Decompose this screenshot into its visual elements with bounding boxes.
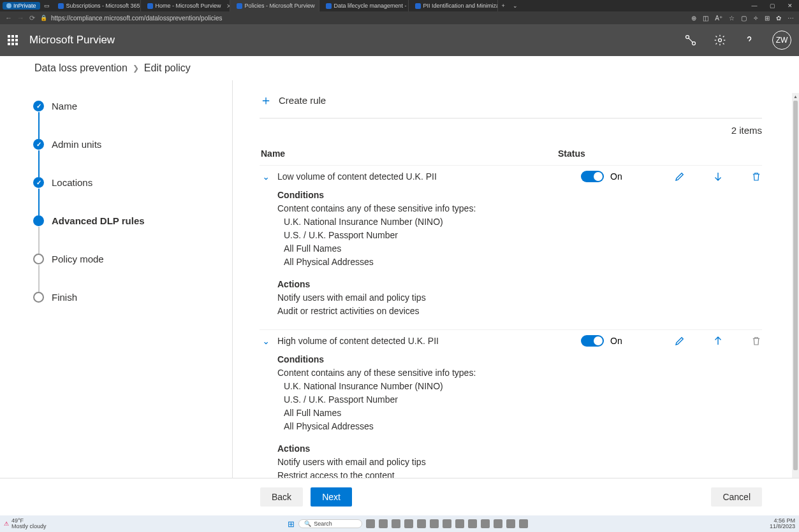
edit-icon[interactable] <box>674 171 685 182</box>
status-text: On <box>610 171 674 182</box>
step-locations[interactable]: Locations <box>33 177 232 188</box>
taskbar-apps[interactable] <box>366 519 528 528</box>
new-tab-button[interactable]: + <box>498 3 509 9</box>
breadcrumb: Data loss prevention ❯ Edit policy <box>0 56 799 80</box>
plus-icon: ＋ <box>260 92 272 109</box>
wizard-footer: Back Next Cancel <box>0 478 799 515</box>
breadcrumb-root[interactable]: Data loss prevention <box>34 62 128 74</box>
column-status: Status <box>558 148 762 159</box>
back-button[interactable]: Back <box>260 487 303 507</box>
chevron-up-icon[interactable]: ⌃ <box>262 336 270 346</box>
rule-row-low-volume: ⌃ Low volume of content detected U.K. PI… <box>260 165 762 329</box>
create-rule-button[interactable]: ＋ Create rule <box>260 89 762 118</box>
step-advanced-dlp-rules[interactable]: Advanced DLP rules <box>33 215 232 226</box>
action-item: Notify users with email and policy tips <box>277 291 762 305</box>
items-count: 2 items <box>260 118 762 142</box>
forward-button[interactable]: → <box>17 14 24 22</box>
delete-icon[interactable] <box>751 335 762 347</box>
app-icon[interactable]: ◫ <box>703 15 708 22</box>
status-text: On <box>610 336 674 346</box>
address-bar: ← → ⟳ 🔒 https://compliance.microsoft.com… <box>0 11 799 24</box>
rules-panel: ＋ Create rule 2 items Name Status ⌃ Low … <box>233 80 799 497</box>
condition-item: U.K. National Insurance Number (NINO) <box>277 380 762 393</box>
read-aloud-icon[interactable]: A⁺ <box>715 15 722 22</box>
menu-icon[interactable]: ⋯ <box>788 15 794 22</box>
close-window-button[interactable]: ✕ <box>781 3 799 9</box>
cancel-button[interactable]: Cancel <box>711 487 762 507</box>
condition-item: All Full Names <box>277 242 762 255</box>
settings-icon[interactable] <box>714 34 726 47</box>
action-item: Audit or restrict activities on devices <box>277 305 762 318</box>
move-up-icon[interactable] <box>712 335 724 347</box>
system-tray[interactable]: 4:56 PM 11/8/2023 <box>770 518 795 529</box>
taskbar-search[interactable]: 🔍Search <box>298 519 362 528</box>
app-header: Microsoft Purview ZW <box>0 24 799 56</box>
user-avatar[interactable]: ZW <box>772 31 791 50</box>
step-name[interactable]: Name <box>33 101 232 111</box>
rule-row-high-volume: ⌃ High volume of content detected U.K. P… <box>260 329 762 497</box>
rule-name: Low volume of content detected U.K. PII <box>277 171 581 182</box>
tab-pii[interactable]: PII Identification and Minimizati✕ <box>409 0 498 11</box>
app-launcher-icon[interactable] <box>8 35 18 45</box>
workspace-icon[interactable]: ▭ <box>43 3 52 9</box>
conditions-heading: Conditions <box>277 353 762 366</box>
edit-icon[interactable] <box>674 335 685 347</box>
action-item: Notify users with email and policy tips <box>277 456 762 469</box>
column-name: Name <box>260 148 558 159</box>
next-button[interactable]: Next <box>311 487 352 507</box>
condition-item: U.S. / U.K. Passport Number <box>277 229 762 242</box>
lock-icon: 🔒 <box>40 15 47 21</box>
maximize-button[interactable]: ▢ <box>763 3 781 9</box>
tab-strip: InPrivate ▭ Subscriptions - Microsoft 36… <box>0 0 799 11</box>
inprivate-badge: InPrivate <box>3 2 40 10</box>
extensions-icon[interactable]: ✿ <box>776 15 781 22</box>
search-icon: 🔍 <box>304 521 311 527</box>
step-admin-units[interactable]: Admin units <box>33 139 232 150</box>
start-button[interactable]: ⊞ <box>288 519 295 529</box>
collections-icon[interactable]: ✧ <box>753 15 758 22</box>
tab-subscriptions[interactable]: Subscriptions - Microsoft 365 ad✕ <box>52 0 141 11</box>
favorites-icon[interactable]: ☆ <box>729 15 735 22</box>
help-icon[interactable] <box>743 34 756 47</box>
app-title: Microsoft Purview <box>29 34 115 47</box>
actions-heading: Actions <box>277 442 762 456</box>
tab-policies[interactable]: Policies - Microsoft Purview✕ <box>230 0 319 11</box>
weather-widget[interactable]: ⚠ 49°F Mostly cloudy <box>4 518 47 529</box>
chevron-right-icon: ❯ <box>133 64 139 73</box>
svg-point-2 <box>719 39 722 42</box>
actions-heading: Actions <box>277 278 762 291</box>
condition-item: All Physical Addresses <box>277 420 762 433</box>
connectors-icon[interactable] <box>684 34 697 47</box>
refresh-button[interactable]: ⟳ <box>29 14 35 22</box>
delete-icon[interactable] <box>751 171 762 182</box>
scroll-thumb[interactable] <box>793 101 798 470</box>
condition-item: All Full Names <box>277 406 762 420</box>
sync-icon[interactable]: ⊞ <box>765 15 770 22</box>
minimize-button[interactable]: — <box>745 3 763 9</box>
breadcrumb-current: Edit policy <box>144 62 191 74</box>
step-policy-mode[interactable]: Policy mode <box>33 254 232 264</box>
conditions-intro: Content contains any of these sensitive … <box>277 202 762 215</box>
scrollbar[interactable]: ▲ ▼ <box>792 93 799 515</box>
tab-data-lifecycle[interactable]: Data lifecycle management - Mi✕ <box>319 0 409 11</box>
status-toggle[interactable] <box>581 171 604 182</box>
step-finish[interactable]: Finish <box>33 292 232 303</box>
rule-name: High volume of content detected U.K. PII <box>277 336 581 346</box>
move-down-icon[interactable] <box>712 171 724 182</box>
tab-home-purview[interactable]: Home - Microsoft Purview✕ <box>141 0 230 11</box>
chevron-up-icon[interactable]: ⌃ <box>262 171 270 182</box>
conditions-heading: Conditions <box>277 189 762 202</box>
split-icon[interactable]: ▢ <box>741 15 747 22</box>
tab-menu-button[interactable]: ⌄ <box>509 3 522 9</box>
conditions-intro: Content contains any of these sensitive … <box>277 366 762 380</box>
url-field[interactable]: 🔒 https://compliance.microsoft.com/datal… <box>40 15 686 22</box>
browser-chrome: InPrivate ▭ Subscriptions - Microsoft 36… <box>0 0 799 24</box>
zoom-icon[interactable]: ⊕ <box>691 15 696 22</box>
rules-table-header: Name Status <box>260 142 762 165</box>
status-toggle[interactable] <box>581 335 604 347</box>
condition-item: U.S. / U.K. Passport Number <box>277 393 762 406</box>
condition-item: U.K. National Insurance Number (NINO) <box>277 215 762 229</box>
back-button[interactable]: ← <box>5 14 12 22</box>
condition-item: All Physical Addresses <box>277 255 762 269</box>
scroll-up-icon[interactable]: ▲ <box>792 93 799 100</box>
